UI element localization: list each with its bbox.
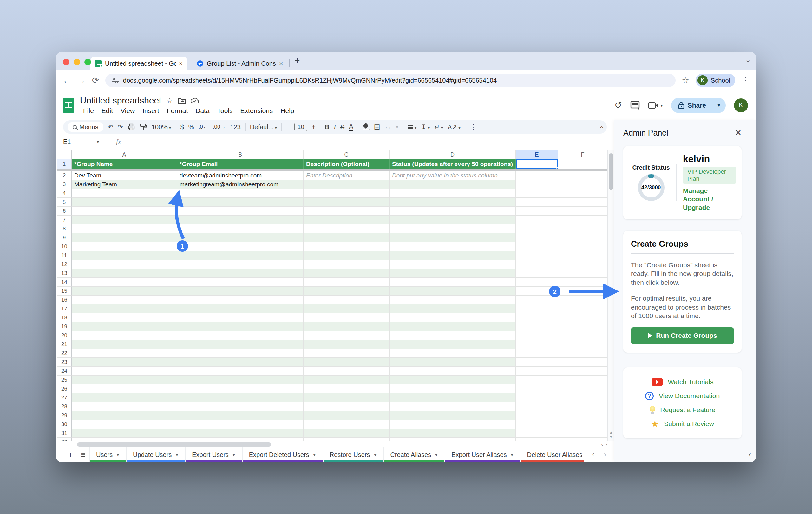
cell[interactable] bbox=[389, 269, 516, 278]
vertical-scrollbar-arrows[interactable]: ▲▼ bbox=[608, 430, 614, 439]
cell[interactable] bbox=[303, 358, 389, 367]
cell[interactable] bbox=[516, 349, 558, 358]
sheet-tab-update-users[interactable]: Update Users▼ bbox=[126, 447, 185, 462]
cell[interactable] bbox=[389, 340, 516, 349]
cell[interactable] bbox=[72, 198, 177, 207]
cell[interactable] bbox=[177, 189, 303, 198]
row-header-8[interactable]: 8 bbox=[57, 224, 72, 233]
strikethrough-icon[interactable]: S bbox=[340, 124, 345, 131]
cell[interactable] bbox=[72, 189, 177, 198]
row-header-30[interactable]: 30 bbox=[57, 420, 72, 429]
cell[interactable] bbox=[177, 367, 303, 376]
cell[interactable] bbox=[558, 251, 607, 260]
cell[interactable] bbox=[389, 438, 516, 441]
cell[interactable] bbox=[558, 411, 607, 420]
share-dropdown-icon[interactable]: ▾ bbox=[712, 98, 726, 113]
cell[interactable] bbox=[303, 420, 389, 429]
cell[interactable] bbox=[516, 394, 558, 402]
borders-icon[interactable]: ⊞ bbox=[374, 123, 380, 131]
horizontal-scrollbar[interactable]: ‹› bbox=[56, 441, 614, 447]
cell[interactable] bbox=[177, 429, 303, 438]
cell[interactable] bbox=[72, 313, 177, 322]
cell[interactable] bbox=[558, 384, 607, 394]
sheet-tab-create-aliases[interactable]: Create Aliases▼ bbox=[383, 447, 445, 462]
row-header-31[interactable]: 31 bbox=[57, 429, 72, 438]
row-header-4[interactable]: 4 bbox=[57, 189, 72, 198]
cell[interactable] bbox=[72, 402, 177, 411]
cell[interactable] bbox=[303, 349, 389, 358]
row-header-21[interactable]: 21 bbox=[57, 340, 72, 349]
cell[interactable] bbox=[72, 420, 177, 429]
menu-tools[interactable]: Tools bbox=[214, 106, 236, 115]
panel-collapse-icon[interactable]: ‹ bbox=[749, 450, 751, 459]
cell[interactable] bbox=[72, 269, 177, 278]
cell[interactable] bbox=[516, 198, 558, 207]
sheet-tab-menu-icon[interactable]: ▼ bbox=[313, 453, 317, 457]
column-header-B[interactable]: B bbox=[177, 150, 303, 159]
cell[interactable] bbox=[558, 358, 607, 367]
zoom-select[interactable]: 100% bbox=[152, 124, 171, 131]
cell[interactable] bbox=[516, 384, 558, 394]
cell[interactable] bbox=[303, 251, 389, 260]
cell[interactable] bbox=[516, 233, 558, 242]
cell[interactable] bbox=[303, 269, 389, 278]
cell[interactable] bbox=[558, 296, 607, 304]
submit-a-review-link[interactable]: ★Submit a Review bbox=[630, 417, 735, 431]
spreadsheet-grid[interactable]: ABCDEF1*Group Name*Group EmailDescriptio… bbox=[56, 150, 614, 441]
run-create-groups-button[interactable]: Run Create Groups bbox=[631, 327, 734, 344]
cell[interactable] bbox=[516, 296, 558, 304]
italic-icon[interactable]: I bbox=[334, 124, 336, 131]
horizontal-align-icon[interactable] bbox=[408, 124, 417, 131]
column-header-C[interactable]: C bbox=[303, 150, 389, 159]
cell[interactable] bbox=[72, 322, 177, 331]
menu-help[interactable]: Help bbox=[277, 106, 297, 115]
column-header-A[interactable]: A bbox=[72, 150, 177, 159]
cell[interactable] bbox=[516, 287, 558, 296]
name-box[interactable]: E1 ▼ bbox=[63, 138, 104, 145]
cell[interactable] bbox=[516, 278, 558, 287]
cell[interactable] bbox=[558, 216, 607, 224]
cell[interactable] bbox=[303, 376, 389, 384]
cell[interactable] bbox=[177, 198, 303, 207]
cell[interactable] bbox=[516, 358, 558, 367]
cell[interactable]: marketingteam@adminsheetpro.com bbox=[177, 180, 303, 189]
vertical-align-icon[interactable]: ↧ bbox=[421, 123, 430, 131]
column-header-D[interactable]: D bbox=[389, 150, 516, 159]
row-header-22[interactable]: 22 bbox=[57, 349, 72, 358]
cell[interactable] bbox=[558, 438, 607, 441]
merge-dropdown-icon[interactable]: ▾ bbox=[396, 125, 398, 130]
cell[interactable] bbox=[72, 260, 177, 269]
sheet-tabs-next-icon[interactable]: › bbox=[604, 451, 606, 459]
reload-icon[interactable]: ⟳ bbox=[92, 76, 99, 85]
cell[interactable] bbox=[389, 394, 516, 402]
cell[interactable] bbox=[177, 269, 303, 278]
format-currency-icon[interactable]: $ bbox=[180, 124, 184, 131]
row-header-11[interactable]: 11 bbox=[57, 251, 72, 260]
watch-tutorials-link[interactable]: Watch Tutorials bbox=[630, 375, 735, 389]
cell[interactable] bbox=[72, 278, 177, 287]
menu-format[interactable]: Format bbox=[164, 106, 191, 115]
star-document-icon[interactable]: ☆ bbox=[167, 97, 173, 105]
cell[interactable] bbox=[558, 367, 607, 376]
cell[interactable] bbox=[516, 340, 558, 349]
row-header-1[interactable]: 1 bbox=[57, 159, 72, 169]
cell[interactable] bbox=[389, 180, 516, 189]
cell[interactable] bbox=[177, 296, 303, 304]
cell[interactable] bbox=[516, 251, 558, 260]
cell[interactable] bbox=[558, 260, 607, 269]
cell[interactable] bbox=[389, 420, 516, 429]
cell[interactable] bbox=[303, 394, 389, 402]
header-cell[interactable]: *Group Name bbox=[72, 159, 177, 169]
manage-account-link[interactable]: Manage Account / Upgrade bbox=[683, 187, 736, 212]
cell[interactable] bbox=[177, 384, 303, 394]
sheets-logo[interactable] bbox=[63, 98, 74, 113]
cell[interactable] bbox=[303, 304, 389, 313]
cell[interactable] bbox=[177, 331, 303, 340]
menu-data[interactable]: Data bbox=[192, 106, 212, 115]
cell[interactable] bbox=[177, 207, 303, 216]
cell[interactable] bbox=[389, 251, 516, 260]
cell[interactable] bbox=[558, 304, 607, 313]
cell[interactable] bbox=[558, 376, 607, 384]
close-panel-icon[interactable]: ✕ bbox=[734, 128, 742, 138]
print-icon[interactable] bbox=[127, 123, 135, 131]
